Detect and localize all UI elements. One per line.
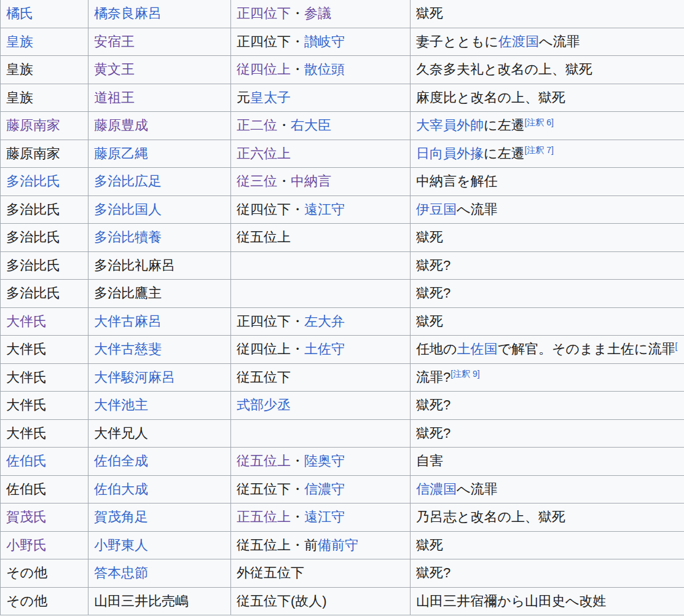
- cell-text: に左遷: [484, 117, 525, 133]
- wiki-link[interactable]: 佐伯大成: [94, 481, 148, 497]
- wiki-link[interactable]: 多治比広足: [94, 173, 162, 189]
- superscript: [注釈 6]: [525, 117, 554, 127]
- cell-outcome: 獄死?: [411, 559, 684, 588]
- cell-outcome: 乃呂志と改名の上、獄死: [411, 503, 684, 532]
- wiki-link[interactable]: 佐渡国: [498, 34, 539, 49]
- wiki-link[interactable]: 式部少丞: [237, 397, 291, 413]
- wiki-link-visited[interactable]: 従四位上: [237, 61, 291, 77]
- wiki-link[interactable]: 佐伯全成: [94, 453, 148, 468]
- wiki-link[interactable]: 日向員外掾: [416, 146, 484, 161]
- wiki-link-visited[interactable]: 藤原豊成: [94, 117, 148, 133]
- wiki-link-visited[interactable]: 道祖王: [94, 90, 135, 105]
- wiki-link[interactable]: 藤原乙縄: [94, 146, 148, 161]
- wiki-link[interactable]: 遠江守: [304, 202, 345, 217]
- table-row: 大伴氏大伴古慈斐従四位上・土佐守任地の土佐国で解官。そのまま土佐に流罪[: [1, 336, 684, 364]
- wiki-link[interactable]: 左大弁: [304, 314, 345, 329]
- wiki-link-visited[interactable]: 正六位上: [237, 146, 291, 161]
- wiki-link[interactable]: 大伴古慈斐: [94, 341, 162, 357]
- wiki-link[interactable]: 答本忠節: [94, 565, 148, 580]
- wiki-link[interactable]: 小野東人: [94, 537, 148, 553]
- cell-clan: 皇族: [1, 28, 88, 56]
- wiki-link[interactable]: 多治比犢養: [94, 229, 162, 245]
- wiki-link[interactable]: 備前守: [318, 537, 358, 553]
- cell-text: へ流罪: [539, 34, 580, 49]
- table-row: 佐伯氏佐伯全成従五位上・陸奥守自害: [1, 448, 684, 476]
- wiki-link-visited[interactable]: 参議: [304, 6, 331, 21]
- wiki-link[interactable]: 橘氏: [6, 6, 33, 21]
- superscript: [注釈 9]: [450, 369, 479, 379]
- cell-text: へ流罪: [457, 202, 498, 217]
- footnote-ref-link[interactable]: [注釈 7]: [525, 145, 554, 155]
- cell-outcome: 大宰員外帥に左遷[注釈 6]: [411, 112, 684, 140]
- cell-person: 多治比鷹主: [88, 280, 231, 308]
- wiki-link[interactable]: 伊豆国: [416, 202, 457, 217]
- cell-clan: 小野氏: [1, 531, 88, 559]
- wiki-link[interactable]: 多治比氏: [6, 173, 60, 189]
- cell-rank-office: 従五位上: [231, 224, 411, 252]
- cell-rank-office: 正四位下・参議: [231, 0, 411, 28]
- cell-text: 獄死?: [416, 565, 450, 580]
- wiki-link[interactable]: 大伴駿河麻呂: [94, 369, 175, 385]
- cell-outcome: 山田三井宿禰から山田史へ改姓: [411, 587, 684, 615]
- cell-text: 正四位下: [237, 314, 291, 329]
- footnote-ref-link[interactable]: [: [675, 341, 678, 351]
- wiki-link[interactable]: 佐伯氏: [6, 453, 47, 468]
- table-row: 多治比氏多治比礼麻呂獄死?: [1, 251, 684, 280]
- wiki-link-visited[interactable]: 黄文王: [94, 61, 135, 77]
- cell-text: 妻子とともに: [416, 34, 498, 49]
- cell-text: 獄死?: [416, 397, 450, 413]
- cell-clan: 大伴氏: [1, 307, 88, 336]
- wiki-link-visited[interactable]: 従三位: [237, 173, 277, 189]
- wiki-link-visited[interactable]: 中納言: [291, 173, 331, 189]
- wiki-link-visited[interactable]: 藤原南家: [6, 117, 60, 133]
- wiki-link-visited[interactable]: 安宿王: [94, 34, 135, 49]
- wiki-link-visited[interactable]: 正五位上: [237, 509, 291, 524]
- cell-text: 中納言を解任: [416, 173, 498, 189]
- cell-person: 多治比国人: [88, 195, 231, 224]
- wiki-link[interactable]: 信濃国: [416, 481, 457, 497]
- wiki-link[interactable]: 土佐守: [304, 341, 345, 357]
- table-row: 大伴氏大伴古麻呂正四位下・左大弁獄死: [1, 307, 684, 336]
- wiki-link-visited[interactable]: 従五位上: [237, 453, 291, 468]
- cell-text: ・: [291, 341, 304, 357]
- wiki-link[interactable]: 右大臣: [291, 117, 331, 133]
- table-row: 多治比氏多治比鷹主獄死?: [1, 280, 684, 308]
- cell-outcome: 妻子とともに佐渡国へ流罪: [411, 28, 684, 56]
- cell-outcome: 獄死?: [411, 419, 684, 448]
- cell-outcome: 久奈多夫礼と改名の上、獄死: [411, 56, 684, 84]
- cell-text: 任地の: [416, 341, 457, 357]
- wiki-link[interactable]: 大伴古麻呂: [94, 314, 162, 329]
- cell-rank-office: 従五位下: [231, 363, 411, 392]
- wiki-link[interactable]: 土佐国: [457, 341, 498, 357]
- wiki-link[interactable]: 皇族: [6, 34, 33, 49]
- wiki-link[interactable]: 大宰員外帥: [416, 117, 484, 133]
- wiki-link-visited[interactable]: 正二位: [237, 117, 277, 133]
- wiki-link[interactable]: 遠江守: [304, 509, 345, 524]
- cell-person: 大伴池主: [88, 392, 231, 420]
- footnote-ref-link[interactable]: [注釈 6]: [525, 117, 554, 127]
- footnote-ref-link[interactable]: [注釈 9]: [450, 369, 479, 379]
- wiki-link[interactable]: 大伴池主: [94, 397, 148, 413]
- wiki-link[interactable]: 賀茂角足: [94, 509, 148, 524]
- table-row: 藤原南家藤原豊成正二位・右大臣大宰員外帥に左遷[注釈 6]: [1, 112, 684, 140]
- superscript: [: [675, 341, 678, 351]
- wiki-link-visited[interactable]: 小野氏: [6, 537, 47, 553]
- table-row: 小野氏小野東人従五位上・前備前守獄死: [1, 531, 684, 559]
- wiki-link[interactable]: 讃岐守: [304, 34, 345, 49]
- wiki-link[interactable]: 皇太子: [250, 90, 291, 105]
- cell-person: 安宿王: [88, 28, 231, 56]
- wiki-link[interactable]: 散位頭: [304, 61, 345, 77]
- cell-outcome: 信濃国へ流罪: [411, 475, 684, 503]
- wiki-link[interactable]: 多治比国人: [94, 202, 162, 217]
- cell-clan: 大伴氏: [1, 336, 88, 364]
- wiki-link[interactable]: 橘奈良麻呂: [94, 6, 162, 21]
- cell-rank-office: 正二位・右大臣: [231, 112, 411, 140]
- wiki-link-visited[interactable]: 正四位下: [237, 6, 291, 21]
- cell-text: 大伴氏: [6, 425, 47, 441]
- cell-person: 多治比礼麻呂: [88, 251, 231, 280]
- wiki-link-visited[interactable]: 賀茂氏: [6, 509, 47, 524]
- wiki-link[interactable]: 信濃守: [304, 481, 345, 497]
- wiki-link-visited[interactable]: 大伴氏: [6, 314, 47, 329]
- wiki-link[interactable]: 陸奥守: [304, 453, 345, 468]
- cell-outcome: 獄死?: [411, 280, 684, 308]
